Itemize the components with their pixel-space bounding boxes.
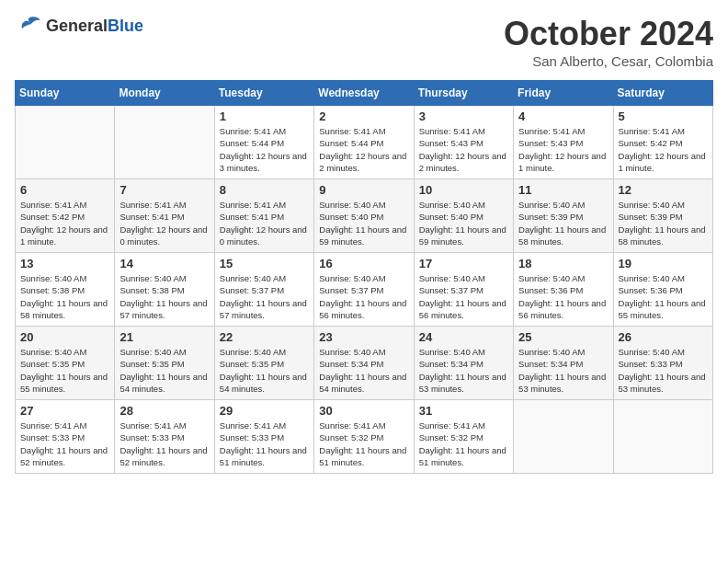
calendar-cell: 24Sunrise: 5:40 AM Sunset: 5:34 PM Dayli… xyxy=(414,327,513,400)
weekday-header: Wednesday xyxy=(314,81,414,106)
day-number: 20 xyxy=(20,330,109,344)
day-number: 30 xyxy=(319,404,408,418)
calendar-cell: 3Sunrise: 5:41 AM Sunset: 5:43 PM Daylig… xyxy=(414,106,513,179)
logo: GeneralBlue xyxy=(15,15,143,37)
calendar-week-row: 13Sunrise: 5:40 AM Sunset: 5:38 PM Dayli… xyxy=(16,253,713,327)
logo-blue: Blue xyxy=(108,17,143,35)
day-number: 12 xyxy=(619,183,708,197)
day-number: 7 xyxy=(119,183,209,197)
day-number: 4 xyxy=(518,109,608,123)
calendar-cell: 25Sunrise: 5:40 AM Sunset: 5:34 PM Dayli… xyxy=(514,327,613,400)
day-info: Sunrise: 5:40 AM Sunset: 5:40 PM Dayligh… xyxy=(419,199,508,247)
calendar-week-row: 6Sunrise: 5:41 AM Sunset: 5:42 PM Daylig… xyxy=(16,179,713,253)
day-number: 25 xyxy=(518,330,608,344)
calendar-cell: 15Sunrise: 5:40 AM Sunset: 5:37 PM Dayli… xyxy=(214,253,313,327)
calendar-cell: 22Sunrise: 5:40 AM Sunset: 5:35 PM Dayli… xyxy=(214,327,313,400)
day-info: Sunrise: 5:41 AM Sunset: 5:33 PM Dayligh… xyxy=(119,419,209,468)
calendar-cell: 21Sunrise: 5:40 AM Sunset: 5:35 PM Dayli… xyxy=(115,327,214,400)
day-number: 21 xyxy=(119,330,209,344)
day-info: Sunrise: 5:41 AM Sunset: 5:32 PM Dayligh… xyxy=(419,419,508,468)
weekday-header: Saturday xyxy=(613,81,712,106)
weekday-header: Monday xyxy=(115,81,214,106)
calendar-cell: 31Sunrise: 5:41 AM Sunset: 5:32 PM Dayli… xyxy=(414,400,513,474)
day-info: Sunrise: 5:41 AM Sunset: 5:43 PM Dayligh… xyxy=(518,125,608,174)
calendar-cell: 30Sunrise: 5:41 AM Sunset: 5:32 PM Dayli… xyxy=(314,400,414,474)
day-info: Sunrise: 5:40 AM Sunset: 5:37 PM Dayligh… xyxy=(419,272,508,321)
calendar-cell: 13Sunrise: 5:40 AM Sunset: 5:38 PM Dayli… xyxy=(16,253,115,327)
month-title: October 2024 xyxy=(504,15,713,53)
day-number: 19 xyxy=(619,257,708,270)
day-number: 26 xyxy=(619,330,708,344)
day-info: Sunrise: 5:40 AM Sunset: 5:35 PM Dayligh… xyxy=(119,346,209,395)
day-number: 23 xyxy=(319,330,408,344)
calendar-cell: 2Sunrise: 5:41 AM Sunset: 5:44 PM Daylig… xyxy=(314,106,414,179)
day-info: Sunrise: 5:41 AM Sunset: 5:44 PM Dayligh… xyxy=(220,125,309,174)
day-info: Sunrise: 5:40 AM Sunset: 5:38 PM Dayligh… xyxy=(20,272,109,321)
title-area: October 2024 San Alberto, Cesar, Colombi… xyxy=(504,15,713,69)
day-number: 2 xyxy=(319,109,408,123)
day-number: 13 xyxy=(20,257,109,270)
day-info: Sunrise: 5:41 AM Sunset: 5:42 PM Dayligh… xyxy=(20,199,109,247)
day-info: Sunrise: 5:40 AM Sunset: 5:38 PM Dayligh… xyxy=(119,272,209,321)
day-number: 10 xyxy=(419,183,508,197)
weekday-header: Thursday xyxy=(414,81,513,106)
day-info: Sunrise: 5:40 AM Sunset: 5:34 PM Dayligh… xyxy=(518,346,608,395)
day-number: 1 xyxy=(220,109,309,123)
calendar-cell: 23Sunrise: 5:40 AM Sunset: 5:34 PM Dayli… xyxy=(314,327,414,400)
day-number: 11 xyxy=(518,183,608,197)
calendar-cell: 16Sunrise: 5:40 AM Sunset: 5:37 PM Dayli… xyxy=(314,253,414,327)
location-title: San Alberto, Cesar, Colombia xyxy=(504,53,713,69)
calendar-cell: 26Sunrise: 5:40 AM Sunset: 5:33 PM Dayli… xyxy=(613,327,712,400)
logo-general: General xyxy=(46,17,108,35)
day-number: 9 xyxy=(319,183,408,197)
day-info: Sunrise: 5:40 AM Sunset: 5:36 PM Dayligh… xyxy=(619,272,708,321)
day-info: Sunrise: 5:40 AM Sunset: 5:37 PM Dayligh… xyxy=(319,272,408,321)
day-number: 16 xyxy=(319,257,408,270)
day-number: 31 xyxy=(419,404,508,418)
day-info: Sunrise: 5:40 AM Sunset: 5:39 PM Dayligh… xyxy=(619,199,708,247)
calendar-week-row: 27Sunrise: 5:41 AM Sunset: 5:33 PM Dayli… xyxy=(16,400,713,474)
day-number: 14 xyxy=(119,257,209,270)
day-info: Sunrise: 5:40 AM Sunset: 5:35 PM Dayligh… xyxy=(20,346,109,395)
day-number: 24 xyxy=(419,330,508,344)
weekday-header: Sunday xyxy=(16,81,115,106)
calendar-cell: 20Sunrise: 5:40 AM Sunset: 5:35 PM Dayli… xyxy=(16,327,115,400)
day-info: Sunrise: 5:41 AM Sunset: 5:41 PM Dayligh… xyxy=(220,199,309,247)
calendar-cell: 17Sunrise: 5:40 AM Sunset: 5:37 PM Dayli… xyxy=(414,253,513,327)
weekday-header: Friday xyxy=(514,81,613,106)
header: GeneralBlue October 2024 San Alberto, Ce… xyxy=(15,15,713,69)
day-info: Sunrise: 5:41 AM Sunset: 5:33 PM Dayligh… xyxy=(220,419,309,468)
weekday-header: Tuesday xyxy=(214,81,313,106)
day-info: Sunrise: 5:40 AM Sunset: 5:39 PM Dayligh… xyxy=(518,199,608,247)
day-number: 18 xyxy=(518,257,608,270)
day-info: Sunrise: 5:40 AM Sunset: 5:34 PM Dayligh… xyxy=(319,346,408,395)
day-info: Sunrise: 5:41 AM Sunset: 5:42 PM Dayligh… xyxy=(619,125,708,174)
calendar-cell: 4Sunrise: 5:41 AM Sunset: 5:43 PM Daylig… xyxy=(514,106,613,179)
calendar-cell: 18Sunrise: 5:40 AM Sunset: 5:36 PM Dayli… xyxy=(514,253,613,327)
calendar-cell: 28Sunrise: 5:41 AM Sunset: 5:33 PM Dayli… xyxy=(115,400,214,474)
day-number: 17 xyxy=(419,257,508,270)
day-info: Sunrise: 5:40 AM Sunset: 5:34 PM Dayligh… xyxy=(419,346,508,395)
day-number: 22 xyxy=(220,330,309,344)
day-info: Sunrise: 5:40 AM Sunset: 5:33 PM Dayligh… xyxy=(619,346,708,395)
day-info: Sunrise: 5:41 AM Sunset: 5:43 PM Dayligh… xyxy=(419,125,508,174)
calendar-cell: 5Sunrise: 5:41 AM Sunset: 5:42 PM Daylig… xyxy=(613,106,712,179)
day-number: 8 xyxy=(220,183,309,197)
calendar-cell: 11Sunrise: 5:40 AM Sunset: 5:39 PM Dayli… xyxy=(514,179,613,253)
calendar-week-row: 1Sunrise: 5:41 AM Sunset: 5:44 PM Daylig… xyxy=(16,106,713,179)
calendar-cell: 6Sunrise: 5:41 AM Sunset: 5:42 PM Daylig… xyxy=(16,179,115,253)
day-number: 29 xyxy=(220,404,309,418)
calendar-cell: 10Sunrise: 5:40 AM Sunset: 5:40 PM Dayli… xyxy=(414,179,513,253)
calendar-cell xyxy=(613,400,712,474)
calendar-cell: 7Sunrise: 5:41 AM Sunset: 5:41 PM Daylig… xyxy=(115,179,214,253)
day-info: Sunrise: 5:40 AM Sunset: 5:37 PM Dayligh… xyxy=(220,272,309,321)
day-info: Sunrise: 5:41 AM Sunset: 5:33 PM Dayligh… xyxy=(20,419,109,468)
day-info: Sunrise: 5:40 AM Sunset: 5:36 PM Dayligh… xyxy=(518,272,608,321)
day-number: 15 xyxy=(220,257,309,270)
logo-bird-icon xyxy=(15,15,42,37)
calendar-cell: 29Sunrise: 5:41 AM Sunset: 5:33 PM Dayli… xyxy=(214,400,313,474)
day-info: Sunrise: 5:40 AM Sunset: 5:35 PM Dayligh… xyxy=(220,346,309,395)
day-info: Sunrise: 5:40 AM Sunset: 5:40 PM Dayligh… xyxy=(319,199,408,247)
calendar-week-row: 20Sunrise: 5:40 AM Sunset: 5:35 PM Dayli… xyxy=(16,327,713,400)
calendar-cell: 9Sunrise: 5:40 AM Sunset: 5:40 PM Daylig… xyxy=(314,179,414,253)
